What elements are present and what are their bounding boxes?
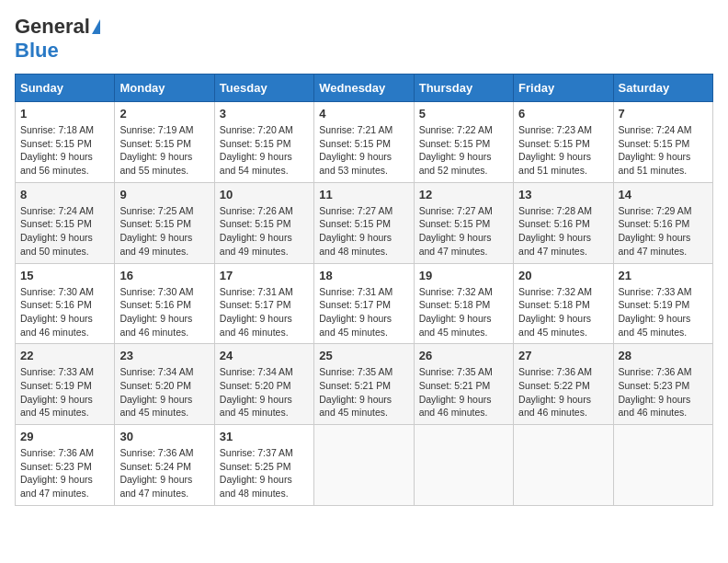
calendar-cell: 4Sunrise: 7:21 AMSunset: 5:15 PMDaylight… (314, 102, 414, 183)
calendar-cell: 27Sunrise: 7:36 AMSunset: 5:22 PMDayligh… (514, 344, 613, 425)
day-info: Sunrise: 7:27 AMSunset: 5:15 PMDaylight:… (319, 204, 408, 259)
header-saturday: Saturday (613, 75, 712, 102)
calendar-cell: 11Sunrise: 7:27 AMSunset: 5:15 PMDayligh… (314, 182, 414, 263)
calendar-header-row: SundayMondayTuesdayWednesdayThursdayFrid… (16, 75, 713, 102)
day-info: Sunrise: 7:29 AMSunset: 5:16 PMDaylight:… (619, 204, 708, 259)
day-number: 26 (419, 349, 508, 362)
logo: General Blue (15, 15, 100, 63)
day-info: Sunrise: 7:22 AMSunset: 5:15 PMDaylight:… (419, 123, 508, 178)
calendar-cell: 3Sunrise: 7:20 AMSunset: 5:15 PMDaylight… (214, 102, 313, 183)
calendar-cell: 8Sunrise: 7:24 AMSunset: 5:15 PMDaylight… (16, 182, 115, 263)
day-number: 18 (319, 269, 408, 282)
header-friday: Friday (514, 75, 613, 102)
day-info: Sunrise: 7:32 AMSunset: 5:18 PMDaylight:… (419, 285, 508, 339)
day-info: Sunrise: 7:30 AMSunset: 5:16 PMDaylight:… (20, 285, 109, 339)
day-number: 15 (20, 269, 109, 282)
day-info: Sunrise: 7:30 AMSunset: 5:16 PMDaylight:… (119, 285, 209, 339)
day-info: Sunrise: 7:36 AMSunset: 5:22 PMDaylight:… (518, 365, 608, 419)
calendar-cell: 15Sunrise: 7:30 AMSunset: 5:16 PMDayligh… (16, 263, 115, 344)
day-info: Sunrise: 7:36 AMSunset: 5:23 PMDaylight:… (619, 365, 708, 419)
day-number: 17 (220, 269, 309, 282)
header-tuesday: Tuesday (214, 75, 313, 102)
day-number: 30 (119, 430, 209, 443)
day-number: 25 (319, 349, 408, 362)
calendar-cell: 2Sunrise: 7:19 AMSunset: 5:15 PMDaylight… (115, 102, 214, 183)
calendar-cell (314, 425, 414, 506)
calendar-week-2: 8Sunrise: 7:24 AMSunset: 5:15 PMDaylight… (16, 182, 713, 263)
day-info: Sunrise: 7:24 AMSunset: 5:15 PMDaylight:… (619, 123, 708, 178)
calendar-cell: 26Sunrise: 7:35 AMSunset: 5:21 PMDayligh… (414, 344, 513, 425)
day-number: 11 (319, 188, 408, 201)
calendar-week-4: 22Sunrise: 7:33 AMSunset: 5:19 PMDayligh… (16, 344, 713, 425)
calendar-cell: 20Sunrise: 7:32 AMSunset: 5:18 PMDayligh… (514, 263, 613, 344)
calendar-week-1: 1Sunrise: 7:18 AMSunset: 5:15 PMDaylight… (16, 102, 713, 183)
day-info: Sunrise: 7:33 AMSunset: 5:19 PMDaylight:… (20, 365, 109, 419)
logo-general-text: General (15, 15, 90, 39)
day-number: 14 (619, 188, 708, 201)
logo-triangle-icon (92, 19, 100, 34)
day-info: Sunrise: 7:34 AMSunset: 5:20 PMDaylight:… (119, 365, 209, 419)
calendar-week-3: 15Sunrise: 7:30 AMSunset: 5:16 PMDayligh… (16, 263, 713, 344)
calendar-cell: 6Sunrise: 7:23 AMSunset: 5:15 PMDaylight… (514, 102, 613, 183)
day-number: 24 (220, 349, 309, 362)
calendar-cell (514, 425, 613, 506)
day-number: 8 (20, 188, 109, 201)
day-info: Sunrise: 7:37 AMSunset: 5:25 PMDaylight:… (220, 446, 309, 500)
day-number: 21 (619, 269, 708, 282)
day-number: 22 (20, 349, 109, 362)
calendar-cell: 13Sunrise: 7:28 AMSunset: 5:16 PMDayligh… (514, 182, 613, 263)
page-header: General Blue (15, 15, 713, 63)
calendar-cell (414, 425, 513, 506)
day-info: Sunrise: 7:28 AMSunset: 5:16 PMDaylight:… (518, 204, 608, 259)
day-number: 10 (220, 188, 309, 201)
calendar-cell: 29Sunrise: 7:36 AMSunset: 5:23 PMDayligh… (16, 425, 115, 506)
day-number: 16 (119, 269, 209, 282)
day-info: Sunrise: 7:35 AMSunset: 5:21 PMDaylight:… (419, 365, 508, 419)
day-info: Sunrise: 7:31 AMSunset: 5:17 PMDaylight:… (220, 285, 309, 339)
calendar-cell: 23Sunrise: 7:34 AMSunset: 5:20 PMDayligh… (115, 344, 214, 425)
calendar-cell: 5Sunrise: 7:22 AMSunset: 5:15 PMDaylight… (414, 102, 513, 183)
calendar-cell: 30Sunrise: 7:36 AMSunset: 5:24 PMDayligh… (115, 425, 214, 506)
day-number: 9 (119, 188, 209, 201)
header-wednesday: Wednesday (314, 75, 414, 102)
day-number: 28 (619, 349, 708, 362)
day-number: 12 (419, 188, 508, 201)
calendar-cell: 14Sunrise: 7:29 AMSunset: 5:16 PMDayligh… (613, 182, 712, 263)
day-number: 19 (419, 269, 508, 282)
day-number: 6 (518, 107, 608, 121)
day-number: 1 (20, 107, 109, 121)
day-number: 13 (518, 188, 608, 201)
calendar-cell: 21Sunrise: 7:33 AMSunset: 5:19 PMDayligh… (613, 263, 712, 344)
calendar-cell: 24Sunrise: 7:34 AMSunset: 5:20 PMDayligh… (214, 344, 313, 425)
calendar-cell (613, 425, 712, 506)
calendar-table: SundayMondayTuesdayWednesdayThursdayFrid… (15, 74, 713, 506)
calendar-cell: 31Sunrise: 7:37 AMSunset: 5:25 PMDayligh… (214, 425, 313, 506)
day-info: Sunrise: 7:32 AMSunset: 5:18 PMDaylight:… (518, 285, 608, 339)
day-info: Sunrise: 7:18 AMSunset: 5:15 PMDaylight:… (20, 123, 109, 178)
calendar-cell: 28Sunrise: 7:36 AMSunset: 5:23 PMDayligh… (613, 344, 712, 425)
day-info: Sunrise: 7:31 AMSunset: 5:17 PMDaylight:… (319, 285, 408, 339)
calendar-cell: 7Sunrise: 7:24 AMSunset: 5:15 PMDaylight… (613, 102, 712, 183)
day-info: Sunrise: 7:21 AMSunset: 5:15 PMDaylight:… (319, 123, 408, 178)
day-info: Sunrise: 7:26 AMSunset: 5:15 PMDaylight:… (220, 204, 309, 259)
day-info: Sunrise: 7:19 AMSunset: 5:15 PMDaylight:… (119, 123, 209, 178)
calendar-cell: 9Sunrise: 7:25 AMSunset: 5:15 PMDaylight… (115, 182, 214, 263)
header-thursday: Thursday (414, 75, 513, 102)
day-number: 4 (319, 107, 408, 121)
day-info: Sunrise: 7:33 AMSunset: 5:19 PMDaylight:… (619, 285, 708, 339)
day-info: Sunrise: 7:25 AMSunset: 5:15 PMDaylight:… (119, 204, 209, 259)
calendar-cell: 16Sunrise: 7:30 AMSunset: 5:16 PMDayligh… (115, 263, 214, 344)
day-info: Sunrise: 7:35 AMSunset: 5:21 PMDaylight:… (319, 365, 408, 419)
calendar-week-5: 29Sunrise: 7:36 AMSunset: 5:23 PMDayligh… (16, 425, 713, 506)
header-sunday: Sunday (16, 75, 115, 102)
day-number: 31 (220, 430, 309, 443)
day-number: 23 (119, 349, 209, 362)
day-info: Sunrise: 7:27 AMSunset: 5:15 PMDaylight:… (419, 204, 508, 259)
calendar-cell: 19Sunrise: 7:32 AMSunset: 5:18 PMDayligh… (414, 263, 513, 344)
day-number: 7 (619, 107, 708, 121)
calendar-cell: 22Sunrise: 7:33 AMSunset: 5:19 PMDayligh… (16, 344, 115, 425)
day-info: Sunrise: 7:34 AMSunset: 5:20 PMDaylight:… (220, 365, 309, 419)
day-number: 3 (220, 107, 309, 121)
calendar-cell: 1Sunrise: 7:18 AMSunset: 5:15 PMDaylight… (16, 102, 115, 183)
day-number: 20 (518, 269, 608, 282)
